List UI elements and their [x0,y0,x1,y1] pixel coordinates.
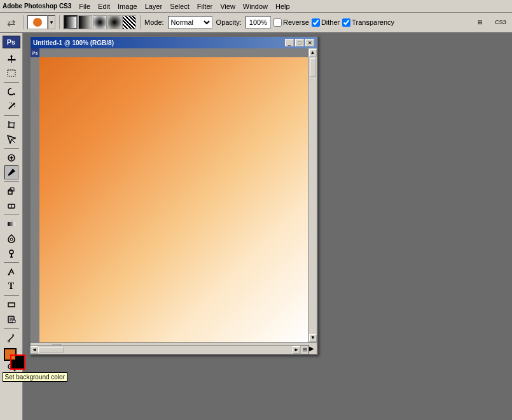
notes-icon [7,315,16,324]
tool-pen[interactable] [4,265,18,279]
doc-title: Untitled-1 @ 100% (RGB/8) [33,39,114,46]
tool-text[interactable]: T [4,279,18,293]
svg-line-2 [9,104,14,109]
doc-close-btn[interactable]: ✕ [305,39,314,46]
tool-eraser[interactable] [4,199,18,213]
tool-move[interactable] [4,52,18,66]
tool-eyedrop[interactable] [4,331,18,345]
gradient-reflected-btn[interactable] [107,15,121,29]
color-swatches [4,348,24,371]
menu-select[interactable]: Select [166,1,193,11]
gradient-angle-btn[interactable] [93,15,107,29]
svg-rect-1 [8,70,15,76]
document-window: Untitled-1 @ 100% (RGB/8) _ □ ✕ Ps ▲ [29,36,318,355]
tool-heal[interactable] [4,151,18,165]
menu-edit[interactable]: Edit [94,1,114,11]
tool-gradient[interactable] [4,217,18,231]
tool-crop[interactable] [4,118,18,132]
vscroll-down-btn[interactable]: ▼ [309,334,317,342]
tool-marquee[interactable] [4,66,18,80]
reverse-label: Reverse [283,18,309,26]
app-logo: Adobe Photoshop CS3 [3,3,71,10]
shape-icon [7,300,16,309]
reverse-checkbox[interactable] [273,18,282,27]
mode-select[interactable]: Normal Dissolve Multiply [168,16,212,29]
foreground-color-swatch[interactable] [4,348,17,361]
dither-label: Dither [321,18,340,26]
tool-slice[interactable] [4,132,18,146]
menu-help[interactable]: Help [272,1,294,11]
toolbox-divider-7 [4,295,19,296]
tool-lasso[interactable] [4,85,18,99]
toolbox-divider-3 [4,148,19,149]
gradient-icon [7,220,16,228]
toolbox-divider-2 [4,115,19,116]
ps-corner-label: Ps [32,51,38,55]
canvas[interactable] [39,57,308,342]
brush-group: ▼ [27,15,60,29]
vscroll-up-btn[interactable]: ▲ [309,49,317,57]
mode-label: Mode: [144,18,164,26]
svg-marker-35 [13,320,15,323]
brush-dot [33,18,42,27]
toolbox: Ps [0,33,23,420]
eyedrop-icon [7,333,16,342]
menu-layer[interactable]: Layer [141,1,167,11]
toolbar-right: ⊞ CS3 [471,15,509,29]
status-arrow[interactable]: ▶ [309,345,314,352]
heal-icon [7,153,16,162]
dither-group: Dither [312,18,340,27]
tool-options-btn[interactable]: ⇄ [3,15,19,29]
vscroll-thumb[interactable] [310,58,316,77]
tool-blur[interactable] [4,232,18,246]
svg-point-24 [10,238,13,241]
hscroll-thumb[interactable] [38,347,64,353]
gradient-radial-btn[interactable] [78,15,92,29]
menu-view[interactable]: View [216,1,239,11]
doc-minimize-btn[interactable]: _ [285,39,294,46]
opacity-input[interactable] [246,16,271,29]
dither-checkbox[interactable] [312,18,320,27]
doc-canvas-container: Ps ▲ ▼ [31,48,317,342]
magic-wand-icon [7,102,16,111]
main: Ps [0,33,512,420]
menu-file[interactable]: File [75,1,94,11]
svg-marker-0 [8,55,16,63]
tool-brush[interactable] [4,165,18,179]
hscroll-right-btn[interactable]: ► [293,346,300,354]
bg-color-tooltip: Set background color [3,372,68,382]
toolbox-divider-1 [4,82,19,83]
tool-dodge[interactable] [4,246,18,260]
corner-resize-btn[interactable]: ⊞ [300,346,309,354]
menu-filter[interactable]: Filter [193,1,216,11]
transparency-label: Transparency [352,18,394,26]
opacity-label: Opacity: [216,18,242,26]
toolbox-divider-5 [4,214,19,215]
brush-selector[interactable]: ▼ [27,15,55,29]
toolbox-divider-8 [4,328,19,329]
stamp-icon [7,186,16,195]
workspace-switcher-btn[interactable]: ⊞ [471,15,489,29]
doc-maximize-btn[interactable]: □ [295,39,304,46]
tool-shape[interactable] [4,298,18,312]
brush-dropdown[interactable]: ▼ [48,15,55,29]
tool-notes[interactable] [4,312,18,326]
menu-image[interactable]: Image [114,1,141,11]
hscroll-left-btn[interactable]: ◄ [31,346,38,354]
tool-magic-wand[interactable] [4,99,18,113]
gradient-diamond-btn[interactable] [122,15,136,29]
cs3-online-btn[interactable]: CS3 [492,15,509,29]
svg-rect-16 [8,191,12,194]
gradient-type-group [64,15,141,29]
eraser-icon [7,201,16,210]
vertical-scrollbar[interactable]: ▲ ▼ [308,48,317,342]
slice-icon [7,135,16,144]
tool-stamp[interactable] [4,184,18,198]
toolbox-divider-4 [4,181,19,182]
transparency-checkbox[interactable] [342,18,350,27]
horizontal-scrollbar[interactable]: ◄ ► ⊞ [31,345,309,354]
toolbox-divider-6 [4,262,19,263]
menu-bar: Adobe Photoshop CS3 File Edit Image Laye… [0,0,512,13]
gradient-linear-btn[interactable] [64,15,78,29]
menu-window[interactable]: Window [239,1,272,11]
